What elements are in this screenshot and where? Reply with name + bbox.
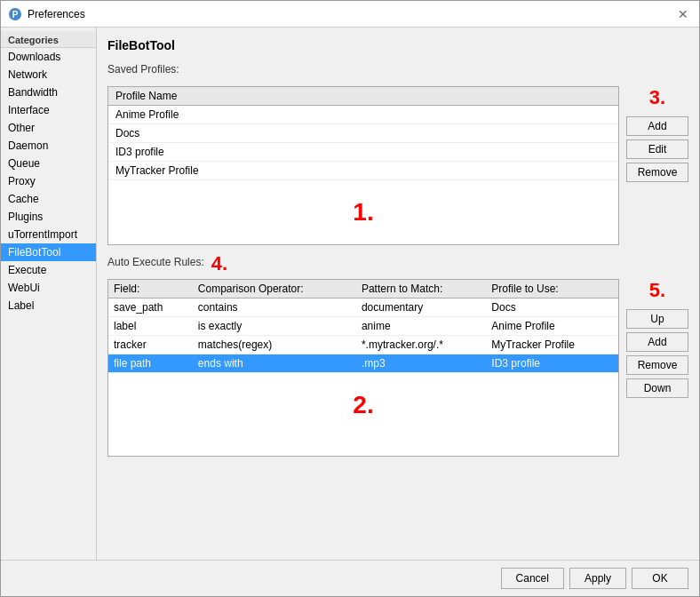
footer: Cancel Apply OK <box>1 560 699 596</box>
row1-field: label <box>108 317 193 336</box>
sidebar-item-webui[interactable]: WebUi <box>1 279 96 297</box>
table-row[interactable]: save_path contains documentary Docs <box>108 298 618 317</box>
row2-pattern: *.mytracker.org/.* <box>356 336 486 354</box>
sidebar-item-proxy[interactable]: Proxy <box>1 172 96 190</box>
svg-text:P: P <box>12 10 19 20</box>
label-4: 4. <box>211 252 227 275</box>
row2-profile: MyTracker Profile <box>486 336 618 354</box>
rules-up-button[interactable]: Up <box>626 309 688 329</box>
main-content: Categories Downloads Network Bandwidth I… <box>1 28 699 560</box>
profiles-container: Profile Name Anime Profile Docs ID3 prof… <box>107 86 688 245</box>
col-field: Field: <box>108 280 193 298</box>
label-1: 1. <box>108 180 618 244</box>
row1-operator: is exactly <box>193 317 356 336</box>
label-3: 3. <box>626 86 688 109</box>
sidebar-item-interface[interactable]: Interface <box>1 101 96 119</box>
app-icon: P <box>8 7 22 21</box>
col-operator: Comparison Operator: <box>193 280 356 298</box>
row1-profile: Anime Profile <box>486 317 618 336</box>
sidebar-item-queue[interactable]: Queue <box>1 155 96 172</box>
row3-field: file path <box>108 354 193 373</box>
sidebar-item-plugins[interactable]: Plugins <box>1 208 96 226</box>
cancel-button[interactable]: Cancel <box>501 568 564 589</box>
row0-profile: Docs <box>486 298 618 317</box>
row0-pattern: documentary <box>356 298 486 317</box>
profile-row-docs[interactable]: Docs <box>108 124 618 143</box>
profile-row-anime[interactable]: Anime Profile <box>108 106 618 124</box>
profiles-table: Profile Name Anime Profile Docs ID3 prof… <box>107 86 619 245</box>
preferences-window: P Preferences ✕ Categories Downloads Net… <box>0 0 700 597</box>
auto-exec-table: Field: Comparison Operator: Pattern to M… <box>107 279 619 457</box>
sidebar-item-label[interactable]: Label <box>1 297 96 314</box>
table-row[interactable]: file path ends with .mp3 ID3 profile <box>108 354 618 373</box>
row1-pattern: anime <box>356 317 486 336</box>
sidebar-item-cache[interactable]: Cache <box>1 190 96 208</box>
sidebar-item-fileboottool[interactable]: FileBotTool <box>1 243 96 261</box>
profiles-remove-button[interactable]: Remove <box>626 163 688 182</box>
saved-profiles-label: Saved Profiles: <box>107 63 688 76</box>
row2-operator: matches(regex) <box>193 336 356 354</box>
main-panel: FileBotTool Saved Profiles: Profile Name… <box>97 28 699 560</box>
profile-row-id3[interactable]: ID3 profile <box>108 143 618 162</box>
sidebar-item-utorrentimport[interactable]: uTorrentImport <box>1 226 96 243</box>
rules-remove-button[interactable]: Remove <box>626 355 688 375</box>
profiles-edit-button[interactable]: Edit <box>626 139 688 159</box>
col-profile: Profile to Use: <box>486 280 618 298</box>
title-bar: P Preferences ✕ <box>1 1 699 28</box>
rules-add-button[interactable]: Add <box>626 332 688 352</box>
sidebar-item-other[interactable]: Other <box>1 119 96 137</box>
row3-pattern: .mp3 <box>356 354 486 373</box>
table-row[interactable]: tracker matches(regex) *.mytracker.org/.… <box>108 336 618 354</box>
profiles-add-button[interactable]: Add <box>626 116 688 136</box>
row0-operator: contains <box>193 298 356 317</box>
ok-button[interactable]: OK <box>632 568 688 589</box>
auto-exec-container: Field: Comparison Operator: Pattern to M… <box>107 279 688 457</box>
label-5: 5. <box>626 279 688 302</box>
row2-field: tracker <box>108 336 193 354</box>
rules-down-button[interactable]: Down <box>626 378 688 398</box>
row3-operator: ends with <box>193 354 356 373</box>
panel-title: FileBotTool <box>107 38 688 52</box>
auto-exec-label: Auto Execute Rules: <box>107 256 204 268</box>
sidebar: Categories Downloads Network Bandwidth I… <box>1 28 97 560</box>
profiles-table-header: Profile Name <box>108 87 618 106</box>
row3-profile: ID3 profile <box>486 354 618 373</box>
row0-field: save_path <box>108 298 193 317</box>
rules-table: Field: Comparison Operator: Pattern to M… <box>108 280 618 373</box>
profiles-buttons: 3. Add Edit Remove <box>626 86 688 182</box>
close-button[interactable]: ✕ <box>674 5 692 23</box>
sidebar-item-daemon[interactable]: Daemon <box>1 137 96 155</box>
profile-row-mytracker[interactable]: MyTracker Profile <box>108 162 618 180</box>
auto-exec-buttons: 5. Up Add Remove Down <box>626 279 688 398</box>
label-2: 2. <box>108 373 618 437</box>
window-title: Preferences <box>28 8 674 20</box>
table-row[interactable]: label is exactly anime Anime Profile <box>108 317 618 336</box>
sidebar-item-execute[interactable]: Execute <box>1 261 96 279</box>
sidebar-item-network[interactable]: Network <box>1 66 96 84</box>
table-header-row: Field: Comparison Operator: Pattern to M… <box>108 280 618 298</box>
auto-exec-section: Auto Execute Rules: 4. Field: Comparison… <box>107 252 688 457</box>
apply-button[interactable]: Apply <box>569 568 626 589</box>
sidebar-item-bandwidth[interactable]: Bandwidth <box>1 84 96 101</box>
sidebar-item-downloads[interactable]: Downloads <box>1 48 96 66</box>
col-pattern: Pattern to Match: <box>356 280 486 298</box>
sidebar-header: Categories <box>1 31 96 48</box>
